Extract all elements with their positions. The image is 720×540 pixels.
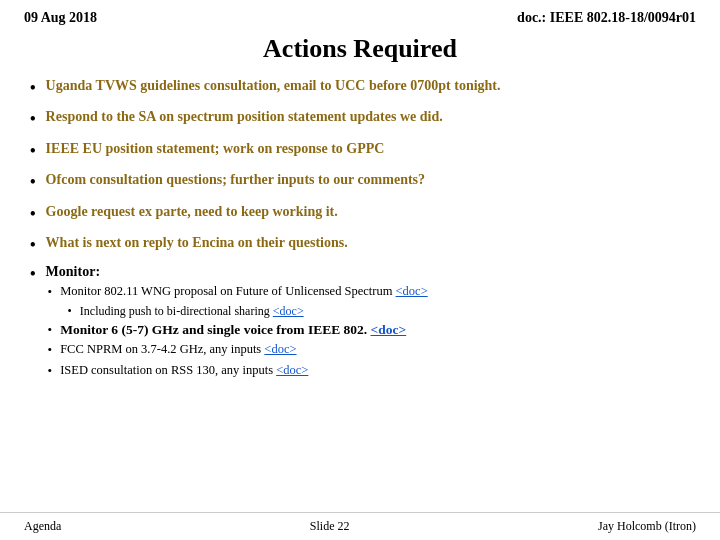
monitor-wrapper: • Monitor: • Monitor 802.11 WNG proposal…	[30, 264, 690, 381]
footer: Agenda Slide 22 Jay Holcomb (Itron)	[0, 512, 720, 540]
slide-container: 09 Aug 2018 doc.: IEEE 802.18-18/0094r01…	[0, 0, 720, 540]
sub-link-1[interactable]: <doc>	[396, 284, 428, 298]
sub-sub-link-1[interactable]: <doc>	[273, 304, 304, 318]
monitor-block: Monitor: • Monitor 802.11 WNG proposal o…	[46, 264, 690, 381]
footer-center: Slide 22	[310, 519, 350, 534]
sub-sub-dot-1: •	[68, 304, 72, 319]
sub-link-2[interactable]: <doc>	[371, 322, 407, 337]
header: 09 Aug 2018 doc.: IEEE 802.18-18/0094r01	[0, 0, 720, 30]
sub-sub-text-1: Including push to bi-directional sharing…	[80, 304, 304, 319]
bullet-dot-5: •	[30, 203, 36, 225]
monitor-sub-3: • FCC NPRM on 3.7-4.2 GHz, any inputs <d…	[48, 341, 690, 359]
sub-text-1: Monitor 802.11 WNG proposal on Future of…	[60, 283, 428, 301]
sub-sub-1: • Including push to bi-directional shari…	[68, 304, 690, 319]
sub-link-4[interactable]: <doc>	[276, 363, 308, 377]
sub-link-3[interactable]: <doc>	[264, 342, 296, 356]
sub-text-2: Monitor 6 (5-7) GHz and single voice fro…	[60, 321, 406, 340]
bullet-text-6: What is next on reply to Encina on their…	[46, 233, 348, 253]
header-doc: doc.: IEEE 802.18-18/0094r01	[517, 10, 696, 26]
bullet-item-5: • Google request ex parte, need to keep …	[30, 202, 690, 225]
bullet-dot-2: •	[30, 108, 36, 130]
bullet-text-4: Ofcom consultation questions; further in…	[46, 170, 425, 190]
sub-dot-1: •	[48, 283, 53, 301]
bullet-dot-6: •	[30, 234, 36, 256]
monitor-sub-2: • Monitor 6 (5-7) GHz and single voice f…	[48, 321, 690, 340]
monitor-title-line: Monitor:	[46, 264, 690, 280]
bullet-item-4: • Ofcom consultation questions; further …	[30, 170, 690, 193]
bullet-text-3: IEEE EU position statement; work on resp…	[46, 139, 385, 159]
bullet-item-6: • What is next on reply to Encina on the…	[30, 233, 690, 256]
footer-right: Jay Holcomb (Itron)	[598, 519, 696, 534]
bullet-item-1: • Uganda TVWS guidelines consultation, e…	[30, 76, 690, 99]
sub-dot-4: •	[48, 362, 53, 380]
footer-left: Agenda	[24, 519, 61, 534]
bullet-item-2: • Respond to the SA on spectrum position…	[30, 107, 690, 130]
sub-dot-3: •	[48, 341, 53, 359]
monitor-sub-4: • ISED consultation on RSS 130, any inpu…	[48, 362, 690, 380]
header-date: 09 Aug 2018	[24, 10, 97, 26]
content-area: • Uganda TVWS guidelines consultation, e…	[0, 74, 720, 386]
bullet-text-2: Respond to the SA on spectrum position s…	[46, 107, 443, 127]
bullet-dot-1: •	[30, 77, 36, 99]
sub-text-3: FCC NPRM on 3.7-4.2 GHz, any inputs <doc…	[60, 341, 296, 359]
bullet-dot-3: •	[30, 140, 36, 162]
bullet-dot-4: •	[30, 171, 36, 193]
monitor-sub-items: • Monitor 802.11 WNG proposal on Future …	[48, 283, 690, 379]
bullet-item-3: • IEEE EU position statement; work on re…	[30, 139, 690, 162]
bullet-text-5: Google request ex parte, need to keep wo…	[46, 202, 338, 222]
sub-dot-2: •	[48, 321, 53, 339]
slide-title: Actions Required	[263, 34, 457, 63]
title-section: Actions Required	[0, 30, 720, 74]
bullet-text-1: Uganda TVWS guidelines consultation, ema…	[46, 76, 501, 96]
sub-text-4: ISED consultation on RSS 130, any inputs…	[60, 362, 308, 380]
monitor-bullet-dot: •	[30, 265, 36, 283]
monitor-sub-1: • Monitor 802.11 WNG proposal on Future …	[48, 283, 690, 301]
